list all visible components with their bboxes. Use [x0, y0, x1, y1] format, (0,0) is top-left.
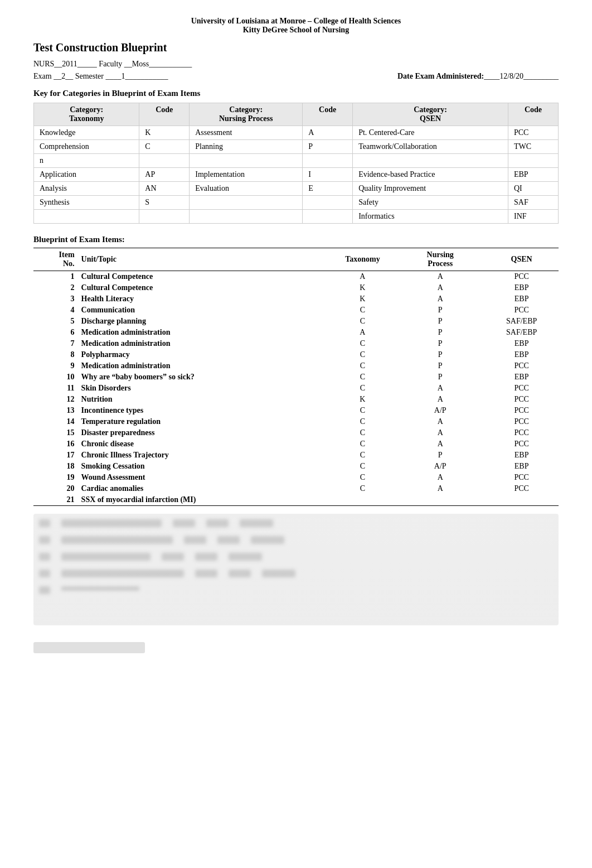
bp-table-row: 8PolypharmacyCPEBP	[33, 349, 559, 360]
blueprint-title: Blueprint of Exam Items:	[33, 235, 559, 244]
key-col-code3: Code	[508, 103, 558, 126]
key-col-code1: Code	[139, 103, 190, 126]
footer-bar	[33, 642, 145, 653]
bp-table-row: 14Temperature regulationCAPCC	[33, 416, 559, 427]
key-col-qsen: Category:QSEN	[353, 103, 508, 126]
bp-table-row: 12NutritionKAPCC	[33, 394, 559, 405]
bp-header-unit-topic: Unit/Topic	[78, 248, 329, 271]
bp-table-row: 4CommunicationCPPCC	[33, 305, 559, 316]
key-table-row: InformaticsINF	[34, 210, 559, 224]
bp-table-row: 3Health LiteracyKAEBP	[33, 293, 559, 305]
bp-header-qsen: QSEN	[484, 248, 559, 271]
key-table: Category:Taxonomy Code Category:Nursing …	[33, 103, 559, 224]
bp-table-row: 20Cardiac anomaliesCAPCC	[33, 483, 559, 494]
key-col-code2: Code	[303, 103, 353, 126]
bp-table-row: 18Smoking CessationCA/PEBP	[33, 461, 559, 472]
key-col-taxonomy: Category:Taxonomy	[34, 103, 139, 126]
bp-table-row: 9Medication administrationCPPCC	[33, 360, 559, 372]
key-table-row: n	[34, 154, 559, 168]
key-table-row: ComprehensionCPlanningPTeamwork/Collabor…	[34, 140, 559, 154]
key-table-row: KnowledgeKAssessmentAPt. Centered-CarePC…	[34, 126, 559, 140]
document-title: Test Construction Blueprint	[33, 41, 559, 54]
bp-table-row: 15Disaster preparednessCAPCC	[33, 427, 559, 438]
date-administered: Date Exam Administered:____12/8/20______…	[397, 72, 559, 81]
bp-header-item-no: ItemNo.	[33, 248, 78, 271]
bp-table-row: 13Incontinence typesCA/PPCC	[33, 405, 559, 416]
meta-row-1: NURS__2011_____ Faculty __Moss__________…	[33, 60, 559, 69]
blueprint-table: ItemNo. Unit/Topic Taxonomy NursingProce…	[33, 248, 559, 506]
key-table-row: ApplicationAPImplementationIEvidence-bas…	[34, 168, 559, 182]
bp-header-nursing-process: NursingProcess	[396, 248, 484, 271]
bp-table-row: 1Cultural CompetenceAAPCC	[33, 271, 559, 283]
bp-table-row: 5Discharge planningCPSAF/EBP	[33, 316, 559, 327]
bp-table-row: 10Why are “baby boomers” so sick?CPEBP	[33, 372, 559, 383]
bp-table-row: 6Medication administrationAPSAF/EBP	[33, 327, 559, 338]
nurs-label: NURS__2011_____ Faculty __Moss__________…	[33, 60, 192, 69]
key-table-row: AnalysisANEvaluationEQuality Improvement…	[34, 182, 559, 196]
key-col-nursing-process: Category:Nursing Process	[190, 103, 303, 126]
redacted-section	[33, 514, 559, 625]
key-table-row: SynthesisSSafetySAF	[34, 196, 559, 210]
meta-row-2: Exam __2__ Semester ____1___________ Dat…	[33, 72, 559, 81]
bp-table-row: 21SSX of myocardial infarction (MI)	[33, 494, 559, 506]
bp-table-row: 7Medication administrationCPEBP	[33, 338, 559, 349]
exam-info: Exam __2__ Semester ____1___________	[33, 72, 168, 81]
bp-table-row: 11Skin DisordersCAPCC	[33, 383, 559, 394]
key-section-title: Key for Categories in Blueprint of Exam …	[33, 89, 559, 98]
page-header: University of Louisiana at Monroe – Coll…	[33, 17, 559, 35]
bp-header-taxonomy: Taxonomy	[329, 248, 396, 271]
bp-table-row: 16Chronic diseaseCAPCC	[33, 438, 559, 450]
bp-table-row: 17Chronic Illness TrajectoryCPEBP	[33, 450, 559, 461]
bp-table-row: 19Wound AssessmentCAPCC	[33, 472, 559, 483]
header-line1: University of Louisiana at Monroe – Coll…	[33, 17, 559, 26]
header-line2: Kitty DeGree School of Nursing	[33, 26, 559, 35]
bp-table-row: 2Cultural CompetenceKAEBP	[33, 282, 559, 293]
